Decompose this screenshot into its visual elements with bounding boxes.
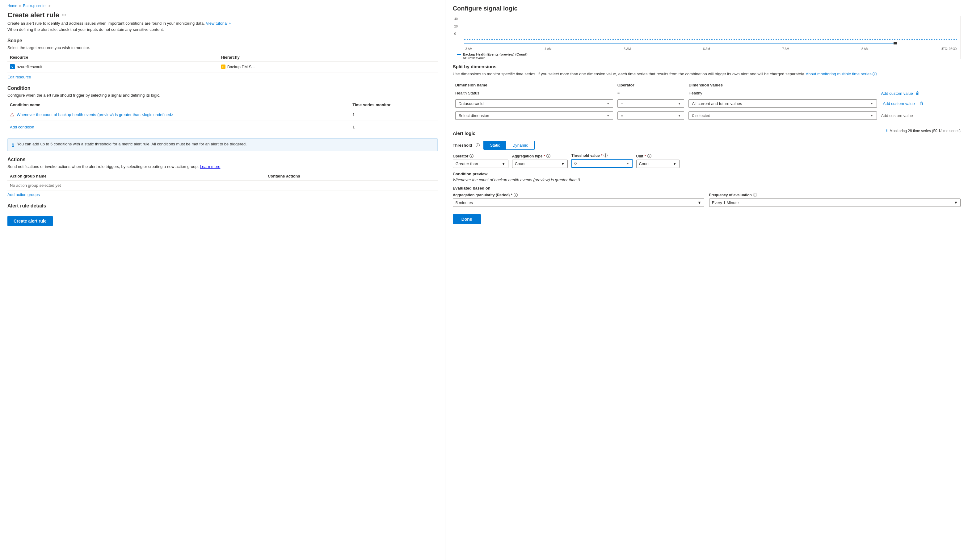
actions-section: Actions Send notifications or invoke act… (7, 157, 438, 197)
dim-static-delete-icon[interactable]: 🗑 (914, 89, 922, 97)
condition-preview-text: Whenever the count of backup health even… (453, 177, 961, 182)
scope-table: Resource Hierarchy V azurefilesvault (7, 53, 438, 73)
condition-link[interactable]: Whenever the count of backup health even… (17, 112, 173, 117)
condition-table: Condition name Time series monitor ⚠ Whe… (7, 101, 438, 134)
unit-dropdown[interactable]: Count ▼ (636, 160, 680, 168)
action-row: No action group selected yet (7, 181, 438, 190)
chart-x-7am: 7 AM (782, 47, 789, 51)
create-alert-rule-button[interactable]: Create alert rule (7, 216, 53, 226)
error-icon: ⚠ (10, 112, 14, 117)
threshold-value-chevron-icon: ▼ (627, 162, 630, 165)
info-banner: ℹ You can add up to 5 conditions with a … (7, 138, 438, 151)
add-condition-cell: Add condition (7, 121, 350, 134)
unit-label: Unit * i (636, 154, 680, 159)
dim-operator-dropdown-2[interactable]: = ▼ (617, 111, 685, 120)
condition-preview-section: Condition preview Whenever the count of … (453, 172, 961, 182)
agg-granularity-field: Aggregation granularity (Period) * i 5 m… (453, 193, 704, 207)
scope-hierarchy-cell: H Backup PM S... (219, 62, 438, 73)
view-tutorial-link[interactable]: View tutorial + (206, 21, 231, 26)
dim-row-2: Select dimension ▼ = ▼ 0 selected (453, 110, 960, 121)
learn-more-link[interactable]: Learn more (200, 164, 220, 169)
agg-type-label: Aggregation type * i (512, 154, 568, 159)
threshold-value-label: Threshold value * i (572, 154, 633, 158)
threshold-toggle-group: Static Dynamic (483, 141, 534, 150)
split-title: Split by dimensions (453, 64, 961, 69)
chart-x-8am: 8 AM (862, 47, 869, 51)
dim-values-dropdown-1[interactable]: All current and future values ▼ (688, 99, 877, 108)
alert-logic-title: Alert logic (453, 131, 475, 136)
breadcrumb-backup-center[interactable]: Backup center (23, 4, 46, 8)
condition-col-name: Condition name (7, 101, 350, 109)
evaluated-title: Evaluated based on (453, 186, 961, 190)
split-by-dimensions-section: Split by dimensions Use dimensions to mo… (453, 64, 961, 122)
condition-name-cell: ⚠ Whenever the count of backup health ev… (7, 109, 350, 121)
threshold-value-input[interactable] (575, 161, 627, 166)
done-button[interactable]: Done (453, 214, 481, 224)
dim-custom-val-link-1[interactable]: Add custom value (881, 100, 917, 107)
operator-field: Operator i Greater than ▼ (453, 154, 509, 168)
chevron-down-icon: ▼ (870, 102, 874, 105)
dim-values-dropdown-2[interactable]: 0 selected ▼ (688, 111, 877, 120)
agg-type-dropdown[interactable]: Count ▼ (512, 160, 568, 168)
edit-resource-link[interactable]: Edit resource (7, 75, 31, 79)
chart-x-4am: 4 AM (545, 47, 552, 51)
chart-x-utc: UTC+05:30 (941, 47, 956, 51)
agg-granularity-dropdown[interactable]: 5 minutes ▼ (453, 198, 704, 207)
dim-row-1: Datasource Id ▼ = ▼ All current and futu… (453, 98, 960, 109)
condition-preview-title: Condition preview (453, 172, 961, 176)
chart-legend-sub: azurefilesvault (463, 56, 958, 60)
chart-y-40: 40 (454, 17, 458, 21)
dim-static-row: Health Status = Healthy Add custom value… (453, 89, 960, 97)
split-desc: Use dimensions to monitor specific time … (453, 71, 961, 77)
about-monitoring-link[interactable]: About monitoring multiple time series (806, 72, 871, 76)
condition-row: ⚠ Whenever the count of backup health ev… (7, 109, 438, 121)
dim-name-dropdown-1[interactable]: Datasource Id ▼ (455, 99, 613, 108)
dim-operator-dropdown-1[interactable]: = ▼ (617, 99, 685, 108)
chart-y-20: 20 (454, 25, 458, 28)
freq-field: Frequency of evaluation i Every 1 Minute… (709, 193, 961, 207)
freq-chevron-icon: ▼ (954, 200, 958, 205)
condition-desc: Configure when the alert rule should tri… (7, 93, 438, 97)
chevron-down-icon: ▼ (678, 114, 681, 117)
chart-x-3am: 3 AM (466, 47, 472, 51)
scope-col-hierarchy: Hierarchy (219, 53, 438, 62)
unit-info-icon: i (647, 154, 651, 158)
operator-label: Operator i (453, 154, 509, 159)
left-panel: Home > Backup center > Create alert rule… (0, 0, 445, 560)
chart-y-0: 0 (454, 32, 456, 35)
unit-field: Unit * i Count ▼ (636, 154, 680, 168)
agg-granularity-info-icon: i (514, 193, 518, 197)
dim-static-operator: = (616, 89, 686, 97)
add-condition-link[interactable]: Add condition (10, 123, 34, 131)
freq-label: Frequency of evaluation i (709, 193, 961, 197)
scope-title: Scope (7, 38, 438, 43)
dim-col-name: Dimension name (453, 81, 615, 89)
dim-delete-icon-1[interactable]: 🗑 (918, 99, 925, 107)
condition-col-monitor: Time series monitor (350, 101, 438, 109)
chart-legend-title: Backup Health Events (preview) (Count) (463, 53, 527, 56)
static-toggle-button[interactable]: Static (484, 141, 506, 149)
actions-table: Action group name Contains actions No ac… (7, 172, 438, 190)
agg-granularity-chevron-icon: ▼ (698, 200, 701, 205)
dimensions-table: Dimension name Operator Dimension values… (453, 81, 961, 122)
create-button-area: Create alert rule (7, 214, 438, 226)
dim-static-name: Health Status (453, 89, 615, 97)
dim-col-values: Dimension values (686, 81, 878, 89)
breadcrumb: Home > Backup center > (7, 4, 438, 8)
add-action-groups-link[interactable]: Add action groups (7, 192, 40, 197)
ellipsis-menu[interactable]: ··· (62, 12, 66, 18)
threshold-value-info-icon: i (603, 154, 608, 157)
description: Create an alert rule to identify and add… (7, 20, 438, 32)
condition-section: Condition Configure when the alert rule … (7, 86, 438, 151)
threshold-info-icon: i (476, 143, 480, 147)
dynamic-toggle-button[interactable]: Dynamic (506, 141, 534, 149)
dim-custom-val-text-2: Add custom value (881, 113, 913, 118)
info-circle-dim: i (873, 72, 877, 76)
operator-dropdown[interactable]: Greater than ▼ (453, 160, 509, 168)
svg-text:H: H (222, 66, 224, 68)
dim-col-operator: Operator (616, 81, 686, 89)
dim-name-dropdown-2[interactable]: Select dimension ▼ (455, 111, 613, 120)
action-col-contains: Contains actions (265, 172, 438, 181)
breadcrumb-home[interactable]: Home (7, 4, 17, 8)
freq-dropdown[interactable]: Every 1 Minute ▼ (709, 198, 961, 207)
